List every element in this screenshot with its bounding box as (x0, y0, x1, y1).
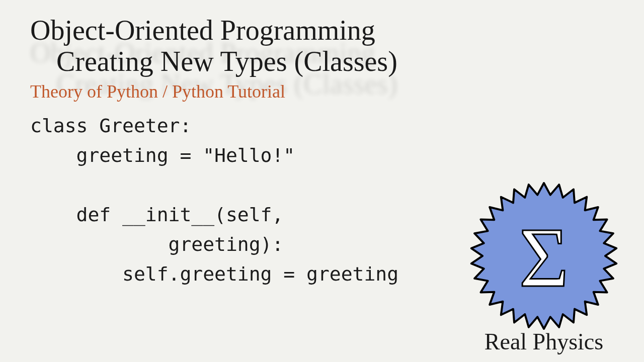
brand-logo: Σ Real Physics (466, 180, 622, 355)
slide: Object-Oriented Programming Creating New… (0, 0, 644, 362)
title-line-1: Object-Oriented Programming (30, 15, 614, 46)
title-line-2: Creating New Types (Classes) (56, 46, 614, 77)
brand-label: Real Physics (466, 328, 622, 355)
sigma-glyph: Σ (519, 210, 569, 305)
subtitle: Theory of Python / Python Tutorial (30, 81, 614, 102)
sigma-gear-icon: Σ (468, 180, 619, 331)
